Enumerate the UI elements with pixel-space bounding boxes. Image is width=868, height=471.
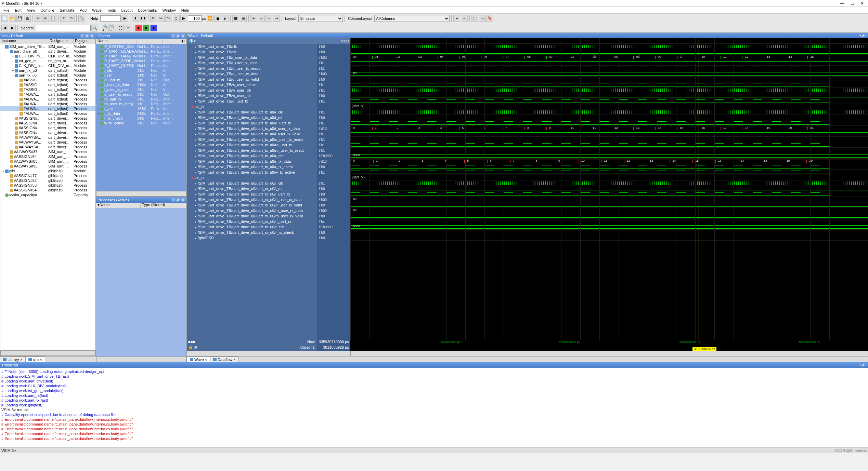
sim-row[interactable]: #ASSIG...uart_tx(fast)Process [0, 82, 95, 87]
new-icon[interactable]: 📄 [1, 15, 8, 22]
menu-add[interactable]: Add [78, 8, 89, 13]
wave-signal-trace[interactable] [350, 164, 868, 170]
wave-signal-trace[interactable] [350, 131, 868, 137]
menu-edit[interactable]: Edit [13, 8, 24, 13]
close-icon[interactable]: ✕ [860, 1, 864, 6]
print-icon[interactable]: 🖶 [24, 15, 31, 22]
wave-signal-trace[interactable] [350, 148, 868, 153]
zoom-out-icon[interactable]: 🔍− [109, 25, 116, 31]
object-row[interactable]: P_SYSTEM_CLKNot L...Para...Inter... [96, 44, 186, 49]
help-input[interactable] [100, 15, 121, 22]
sim-row[interactable]: +CLK_DIV_m...CLK_DIV_m...Module [0, 54, 95, 58]
wave-signal-trace[interactable]: 00 [350, 71, 868, 77]
compile-all-icon[interactable]: ⬇⬇ [140, 15, 146, 22]
object-row[interactable]: ro_uart_tx1'h1Reg...Inter... [96, 97, 186, 102]
menu-file[interactable]: File [1, 8, 12, 13]
wave-signal-name[interactable]: - ♦ uart_rx [187, 175, 317, 180]
tab-wave[interactable]: Wave× [187, 356, 210, 362]
sim-hscroll[interactable] [0, 350, 95, 356]
step-out-icon[interactable]: ↥ [173, 15, 180, 22]
wave-signal-name[interactable]: ⬩ /SIM_uart_drive_TB/uart_drive_u0/uart_… [187, 230, 317, 235]
cursor-time-box[interactable]: 3811880926 ps [692, 347, 716, 351]
wave-signal-name[interactable]: ⬩ /SIM_uart_drive_TB/uart_drive_u0/uart_… [187, 131, 317, 137]
object-row[interactable]: +r_tx_data8'h0cPack...Inter... [96, 111, 186, 116]
sim-row[interactable]: #ALWAYS#93SIM_uart_...Process [0, 164, 95, 169]
sim-row[interactable]: +rst_gen_m...rst_gen_m...Module [0, 58, 95, 63]
object-row[interactable]: i_clk1'h1NetIn [96, 68, 186, 73]
wave-signal-name[interactable]: ⬩ /SIM_uart_drive_TB/uart_drive_u0/uart_… [187, 191, 317, 197]
wave-signal-name[interactable]: ⬩ /SIM_uart_drive_TB/uart_drive_u0/uart_… [187, 159, 317, 164]
object-row[interactable]: P_UART_CHECKNot L...Para...Inter... [96, 63, 186, 68]
transcript-body[interactable]: # ** Note: (vsim-8009) Loading existing … [0, 368, 868, 447]
sim-row[interactable]: #ALWAYS#...uart_drive(...Process [0, 140, 95, 145]
wave-signal-trace[interactable] [350, 191, 868, 197]
wave-signal-trace[interactable] [350, 115, 868, 120]
zoom-in-icon[interactable]: 🔍+ [102, 25, 109, 31]
wave-signal-name[interactable]: ⬩ /SIM_uart_drive_TB/uart_drive_u0/uart_… [187, 208, 317, 213]
wave-signal-trace[interactable] [350, 202, 868, 208]
layout-select[interactable]: Simulate [298, 15, 343, 22]
object-row[interactable]: P_UART_DATA_WI...Not L...Para...Inter... [96, 54, 186, 58]
wave-signal-trace[interactable] [350, 98, 868, 104]
sim-row[interactable]: #ALWAYS#...uart_drive(...Process [0, 135, 95, 140]
tab-sim[interactable]: sim× [25, 356, 45, 362]
sim-row[interactable]: #ALWAYS#37SIM_uart_...Process [0, 149, 95, 154]
menu-help[interactable]: Help [179, 8, 191, 13]
step-over-icon[interactable]: ↷ [165, 15, 172, 22]
tab-library[interactable]: Library× [0, 356, 25, 362]
undock-icon[interactable]: ⬈ [85, 34, 89, 38]
tab-dataflow[interactable]: Dataflow× [210, 356, 238, 362]
wave-signal-name[interactable]: ⬩ /SIM_uart_drive_TB/uart_drive_u0/uart_… [187, 164, 317, 170]
wave-signal-trace[interactable] [350, 235, 868, 241]
wave-signal-trace[interactable] [350, 180, 868, 186]
save-icon[interactable]: 💾 [16, 15, 23, 22]
wave-signal-trace[interactable]: 0000 [350, 224, 868, 230]
wave-signal-name[interactable]: ⬩ /SIM_uart_drive_TB/uart_drive_u0/uart_… [187, 180, 317, 186]
wave-signal-name[interactable]: ⬩ /SIM_uart_drive_TB/w_user_active [187, 82, 317, 88]
sim-row[interactable]: #ASSIGN#...uart_drive(...Process [0, 125, 95, 130]
wave-signal-name[interactable]: ⬩ /SIM_uart_drive_TB/uart_drive_u0/uart_… [187, 202, 317, 208]
wave-signal-name[interactable]: ⬩ /SIM_uart_drive_TB/uart_drive_u0/uart_… [187, 219, 317, 224]
sim-row[interactable]: -glblglbl(fast)Module [0, 169, 95, 173]
redo-icon[interactable]: ↷ [68, 15, 75, 22]
wave-signal-trace[interactable] [350, 120, 868, 126]
wave-signal-trace[interactable] [350, 60, 868, 66]
object-row[interactable]: ro_user_tx_ready1'h1Reg...Inter... [96, 102, 186, 106]
sim-row[interactable]: #ASSIG...uart_tx(fast)Process [0, 78, 95, 82]
step-icon[interactable]: ↦ [158, 15, 165, 22]
sim-row[interactable]: CLK_DIV_m...CLK_DIV_m...Module [0, 63, 95, 68]
wave-signal-name[interactable]: ⬩ /SIM_uart_drive_TB/uart_drive_u0/uart_… [187, 224, 317, 230]
wave-signal-trace[interactable] [350, 93, 868, 98]
find-icon[interactable]: 🔍 [78, 15, 85, 22]
proc-hscroll[interactable] [96, 356, 186, 362]
edge-prev-icon[interactable]: ← [258, 15, 265, 22]
wave-signal-name[interactable]: ⬩ /SIM_uart_drive_TB/uart_drive_u0/uart_… [187, 186, 317, 191]
run-time-input[interactable] [188, 15, 202, 22]
paste-icon[interactable]: 📋 [50, 15, 56, 22]
wave-signal-name[interactable]: ⬩ /SIM_uart_drive_TB/o_user_rx_data [187, 71, 317, 77]
wave-del-icon[interactable]: − [461, 15, 468, 22]
wave-signal-trace[interactable] [350, 142, 868, 148]
sim-row[interactable]: #vsim_capacity#Capacity [0, 192, 95, 197]
wave-signal-trace[interactable]: 000102030405060708090a0b0c0d0e0f10111213… [350, 55, 868, 60]
wave-signal-name[interactable]: ⬩ /SIM_uart_drive_TB/i_user_tx_valid [187, 60, 317, 66]
collayout-select[interactable]: AllColumns [374, 15, 450, 22]
restart-icon[interactable]: ⟳ [150, 15, 157, 22]
sim-tree[interactable]: -SIM_uart_drive_TB...SIM_uart_...Module-… [0, 44, 95, 350]
wave-signal-trace[interactable]: (uart_tx) [350, 104, 868, 109]
wave-signal-name[interactable]: ⬩ /SIM_uart_drive_TB/clk [187, 44, 317, 49]
menu-wave[interactable]: Wave [90, 8, 104, 13]
wave-signal-trace[interactable] [350, 49, 868, 55]
sim-row[interactable]: #ASSIGN#17glbl(fast)Process [0, 173, 95, 178]
wave-add-icon[interactable]: + [453, 15, 460, 22]
wave-signal-trace[interactable] [350, 88, 868, 93]
sim-row[interactable]: #ALWA...uart_tx(fast)Process [0, 106, 95, 111]
wave-signal-name[interactable]: ⬩ /SIM_uart_drive_TB/uart_drive_u0/uart_… [187, 137, 317, 142]
sim-row[interactable]: +uart_rx_u0uart_rx(fast)Module [0, 68, 95, 73]
wave-signal-name[interactable]: ⬩ /SIM_uart_drive_TB/rst [187, 49, 317, 55]
sim-row[interactable]: #ASSIGN#...uart_drive(...Process [0, 130, 95, 135]
sim-row[interactable]: #ASSIG...uart_tx(fast)Process [0, 87, 95, 92]
wave-signal-trace[interactable]: (uart_rx) [350, 175, 868, 180]
sim-row[interactable]: #ASSIGN#54SIM_uart_...Process [0, 154, 95, 159]
processes-tree[interactable] [96, 208, 186, 356]
